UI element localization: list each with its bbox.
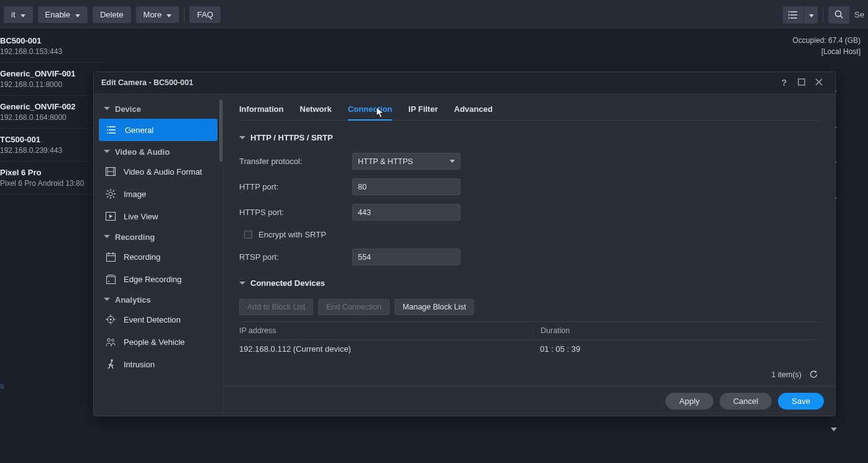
enable-label: Enable xyxy=(45,10,70,19)
col-ip-header[interactable]: IP address xyxy=(239,326,532,335)
sidebar-item-label: Live View xyxy=(124,212,158,221)
manage-block-list-button[interactable]: Manage Block List xyxy=(395,299,474,315)
sidebar-group-analytics[interactable]: Analytics xyxy=(94,290,222,308)
https-port-input[interactable] xyxy=(352,204,460,221)
http-port-input[interactable] xyxy=(352,178,460,195)
sidebar-item-label: Recording xyxy=(124,252,160,262)
svg-line-27 xyxy=(113,190,114,191)
svg-point-44 xyxy=(112,339,114,341)
view-mode-dropdown[interactable] xyxy=(804,6,818,24)
view-mode-combo[interactable] xyxy=(783,6,818,24)
encrypt-srtp-row[interactable]: Encrypt with SRTP xyxy=(244,230,819,239)
sidebar-item-recording[interactable]: Recording xyxy=(94,245,222,268)
connected-devices-table: IP address Duration 192.168.0.112 (Curre… xyxy=(239,321,819,358)
table-row[interactable]: 192.168.0.112 (Current device) 01 : 05 :… xyxy=(239,340,819,358)
dialog-title: Edit Camera - BC500-001 xyxy=(101,78,193,87)
transfer-protocol-label: Transfer protocol: xyxy=(239,157,352,166)
item-count: 1 item(s) xyxy=(771,370,802,379)
apply-button[interactable]: Apply xyxy=(665,393,713,410)
search-icon[interactable] xyxy=(828,6,849,24)
tab-information[interactable]: Information xyxy=(239,102,284,120)
section-http-header[interactable]: HTTP / HTTPS / SRTP xyxy=(239,133,819,142)
svg-point-14 xyxy=(107,126,108,127)
caret-down-icon xyxy=(450,160,455,163)
sidebar-item-intrusion[interactable]: Intrusion xyxy=(94,353,222,375)
cell-ip: 192.168.0.112 (Current device) xyxy=(239,344,532,354)
select-value: HTTP & HTTPS xyxy=(358,157,413,166)
camera-row[interactable]: Generic_ONVIF-002 192.168.0.164:8000 xyxy=(0,96,106,129)
sidebar-item-live-view[interactable]: Live View xyxy=(94,205,222,227)
sidebar-item-general[interactable]: General xyxy=(99,119,217,141)
svg-rect-8 xyxy=(798,79,805,85)
section-connected-header[interactable]: Connected Devices xyxy=(239,278,819,288)
film-icon xyxy=(105,166,116,177)
sidebar-item-people-vehicle[interactable]: People & Vehicle xyxy=(94,331,222,353)
camera-row[interactable]: Pixel 6 Pro Pixel 6 Pro Android 13:80 xyxy=(0,162,106,195)
list-view-icon[interactable] xyxy=(783,6,804,24)
deactivated-section[interactable]: s xyxy=(0,375,106,397)
sidebar-item-event-detection[interactable]: Event Detection xyxy=(94,308,222,331)
transfer-protocol-select[interactable]: HTTP & HTTPS xyxy=(352,153,460,170)
dialog-sidebar[interactable]: Device General Video & Audio Video & Aud… xyxy=(94,93,223,416)
sidebar-item-image[interactable]: Image xyxy=(94,183,222,205)
camera-row[interactable]: BC500-001 192.168.0.153:443 xyxy=(0,30,106,63)
col-duration-header[interactable]: Duration xyxy=(532,326,819,335)
end-connection-button[interactable]: End Connection xyxy=(318,299,390,315)
sidebar-item-va-format[interactable]: Video & Audio Format xyxy=(94,160,222,183)
edit-camera-dialog: Edit Camera - BC500-001 ? Device General… xyxy=(93,71,836,416)
edit-label: it xyxy=(11,10,16,19)
target-icon xyxy=(105,314,116,325)
tab-ip-filter[interactable]: IP Filter xyxy=(408,102,437,120)
add-block-list-button[interactable]: Add to Block List xyxy=(239,299,313,315)
more-button[interactable]: More xyxy=(136,6,180,23)
cancel-button[interactable]: Cancel xyxy=(720,393,772,410)
camera-row[interactable]: TC500-001 192.168.0.239:443 xyxy=(0,129,106,162)
table-header: IP address Duration xyxy=(239,322,819,340)
sidebar-item-label: Intrusion xyxy=(124,360,155,369)
cell-duration: 01 : 05 : 39 xyxy=(532,344,819,354)
edit-button[interactable]: it xyxy=(4,6,33,23)
svg-point-20 xyxy=(109,192,112,196)
more-label: More xyxy=(144,10,162,19)
people-icon xyxy=(105,336,116,347)
svg-point-5 xyxy=(788,17,789,18)
maximize-icon[interactable] xyxy=(793,78,810,88)
rtsp-port-label: RTSP port: xyxy=(239,252,352,262)
save-button[interactable]: Save xyxy=(778,393,824,410)
tab-network[interactable]: Network xyxy=(300,102,332,120)
sidebar-item-label: Event Detection xyxy=(124,315,181,324)
delete-button[interactable]: Delete xyxy=(93,6,131,23)
camera-row[interactable]: Generic_ONVIF-001 192.168.0.11:8000 xyxy=(0,63,106,96)
svg-line-28 xyxy=(107,196,108,198)
svg-point-43 xyxy=(107,338,111,341)
camera-name: Generic_ONVIF-001 xyxy=(0,69,101,78)
tab-connection[interactable]: Connection xyxy=(348,102,393,120)
help-icon[interactable]: ? xyxy=(775,78,793,88)
sidebar-group-device[interactable]: Device xyxy=(94,99,222,117)
faq-button[interactable]: FAQ xyxy=(190,6,221,23)
dialog-titlebar: Edit Camera - BC500-001 ? xyxy=(94,72,835,93)
refresh-icon[interactable] xyxy=(809,370,819,380)
encrypt-srtp-checkbox[interactable] xyxy=(244,231,252,239)
dialog-footer: Apply Cancel Save xyxy=(223,386,835,416)
dialog-content: Information Network Connection IP Filter… xyxy=(223,93,835,416)
sidebar-group-recording[interactable]: Recording xyxy=(94,227,222,245)
search-placeholder: Se xyxy=(854,10,864,19)
enable-button[interactable]: Enable xyxy=(38,6,88,23)
tab-advanced[interactable]: Advanced xyxy=(454,102,493,120)
camera-addr: Pixel 6 Pro Android 13:80 xyxy=(0,179,101,188)
camera-name: TC500-001 xyxy=(0,135,101,144)
rtsp-port-input[interactable] xyxy=(352,249,460,265)
camera-addr: 192.168.0.239:443 xyxy=(0,146,101,155)
encrypt-srtp-label: Encrypt with SRTP xyxy=(258,230,326,239)
sidebar-item-label: Image xyxy=(124,190,146,199)
deactivated-label: s xyxy=(0,381,4,390)
sidebar-group-video-audio[interactable]: Video & Audio xyxy=(94,142,222,160)
svg-marker-30 xyxy=(109,214,112,218)
sidebar-item-label: General xyxy=(125,126,153,135)
chevron-down-icon[interactable] xyxy=(831,424,837,433)
sidebar-item-edge-recording[interactable]: Edge Recording xyxy=(94,268,222,290)
camera-list: BC500-001 192.168.0.153:443 Generic_ONVI… xyxy=(0,30,106,463)
close-icon[interactable] xyxy=(810,78,828,88)
svg-rect-35 xyxy=(106,277,115,284)
